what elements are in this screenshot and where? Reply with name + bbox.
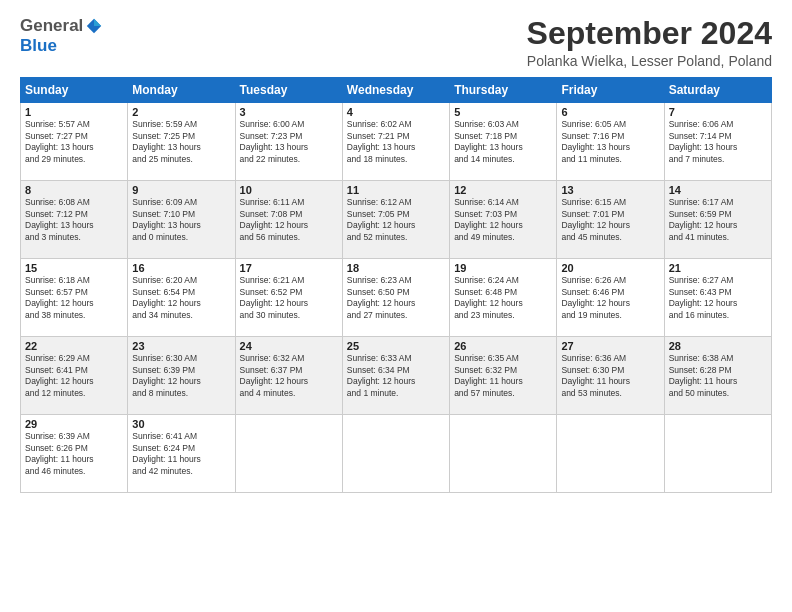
calendar-week-row: 22Sunrise: 6:29 AM Sunset: 6:41 PM Dayli… bbox=[21, 337, 772, 415]
page-header: General Blue September 2024 Polanka Wiel… bbox=[20, 16, 772, 69]
month-title: September 2024 bbox=[527, 16, 772, 51]
col-friday: Friday bbox=[557, 78, 664, 103]
day-number: 20 bbox=[561, 262, 659, 274]
day-number: 15 bbox=[25, 262, 123, 274]
day-info: Sunrise: 6:32 AM Sunset: 6:37 PM Dayligh… bbox=[240, 353, 338, 399]
table-row: 13Sunrise: 6:15 AM Sunset: 7:01 PM Dayli… bbox=[557, 181, 664, 259]
col-thursday: Thursday bbox=[450, 78, 557, 103]
day-number: 11 bbox=[347, 184, 445, 196]
day-info: Sunrise: 6:41 AM Sunset: 6:24 PM Dayligh… bbox=[132, 431, 230, 477]
logo-blue: Blue bbox=[20, 36, 57, 56]
day-info: Sunrise: 6:00 AM Sunset: 7:23 PM Dayligh… bbox=[240, 119, 338, 165]
col-saturday: Saturday bbox=[664, 78, 771, 103]
col-sunday: Sunday bbox=[21, 78, 128, 103]
day-number: 16 bbox=[132, 262, 230, 274]
table-row: 3Sunrise: 6:00 AM Sunset: 7:23 PM Daylig… bbox=[235, 103, 342, 181]
day-info: Sunrise: 6:12 AM Sunset: 7:05 PM Dayligh… bbox=[347, 197, 445, 243]
day-info: Sunrise: 6:39 AM Sunset: 6:26 PM Dayligh… bbox=[25, 431, 123, 477]
table-row: 22Sunrise: 6:29 AM Sunset: 6:41 PM Dayli… bbox=[21, 337, 128, 415]
table-row: 4Sunrise: 6:02 AM Sunset: 7:21 PM Daylig… bbox=[342, 103, 449, 181]
table-row: 28Sunrise: 6:38 AM Sunset: 6:28 PM Dayli… bbox=[664, 337, 771, 415]
table-row: 7Sunrise: 6:06 AM Sunset: 7:14 PM Daylig… bbox=[664, 103, 771, 181]
table-row: 30Sunrise: 6:41 AM Sunset: 6:24 PM Dayli… bbox=[128, 415, 235, 493]
table-row: 12Sunrise: 6:14 AM Sunset: 7:03 PM Dayli… bbox=[450, 181, 557, 259]
col-tuesday: Tuesday bbox=[235, 78, 342, 103]
table-row: 14Sunrise: 6:17 AM Sunset: 6:59 PM Dayli… bbox=[664, 181, 771, 259]
table-row: 16Sunrise: 6:20 AM Sunset: 6:54 PM Dayli… bbox=[128, 259, 235, 337]
calendar-week-row: 29Sunrise: 6:39 AM Sunset: 6:26 PM Dayli… bbox=[21, 415, 772, 493]
table-row: 8Sunrise: 6:08 AM Sunset: 7:12 PM Daylig… bbox=[21, 181, 128, 259]
col-monday: Monday bbox=[128, 78, 235, 103]
day-number: 10 bbox=[240, 184, 338, 196]
day-info: Sunrise: 6:11 AM Sunset: 7:08 PM Dayligh… bbox=[240, 197, 338, 243]
table-row: 5Sunrise: 6:03 AM Sunset: 7:18 PM Daylig… bbox=[450, 103, 557, 181]
table-row bbox=[664, 415, 771, 493]
day-info: Sunrise: 6:29 AM Sunset: 6:41 PM Dayligh… bbox=[25, 353, 123, 399]
day-number: 14 bbox=[669, 184, 767, 196]
table-row: 23Sunrise: 6:30 AM Sunset: 6:39 PM Dayli… bbox=[128, 337, 235, 415]
day-info: Sunrise: 6:26 AM Sunset: 6:46 PM Dayligh… bbox=[561, 275, 659, 321]
day-info: Sunrise: 6:24 AM Sunset: 6:48 PM Dayligh… bbox=[454, 275, 552, 321]
day-info: Sunrise: 6:17 AM Sunset: 6:59 PM Dayligh… bbox=[669, 197, 767, 243]
day-number: 7 bbox=[669, 106, 767, 118]
table-row bbox=[557, 415, 664, 493]
table-row: 17Sunrise: 6:21 AM Sunset: 6:52 PM Dayli… bbox=[235, 259, 342, 337]
day-number: 1 bbox=[25, 106, 123, 118]
logo-general: General bbox=[20, 16, 83, 36]
day-info: Sunrise: 6:21 AM Sunset: 6:52 PM Dayligh… bbox=[240, 275, 338, 321]
day-info: Sunrise: 6:03 AM Sunset: 7:18 PM Dayligh… bbox=[454, 119, 552, 165]
table-row: 10Sunrise: 6:11 AM Sunset: 7:08 PM Dayli… bbox=[235, 181, 342, 259]
table-row: 6Sunrise: 6:05 AM Sunset: 7:16 PM Daylig… bbox=[557, 103, 664, 181]
day-number: 5 bbox=[454, 106, 552, 118]
table-row: 25Sunrise: 6:33 AM Sunset: 6:34 PM Dayli… bbox=[342, 337, 449, 415]
table-row: 1Sunrise: 5:57 AM Sunset: 7:27 PM Daylig… bbox=[21, 103, 128, 181]
day-info: Sunrise: 6:38 AM Sunset: 6:28 PM Dayligh… bbox=[669, 353, 767, 399]
calendar-week-row: 1Sunrise: 5:57 AM Sunset: 7:27 PM Daylig… bbox=[21, 103, 772, 181]
day-number: 26 bbox=[454, 340, 552, 352]
table-row bbox=[450, 415, 557, 493]
title-section: September 2024 Polanka Wielka, Lesser Po… bbox=[527, 16, 772, 69]
day-info: Sunrise: 5:59 AM Sunset: 7:25 PM Dayligh… bbox=[132, 119, 230, 165]
day-number: 29 bbox=[25, 418, 123, 430]
day-number: 18 bbox=[347, 262, 445, 274]
day-info: Sunrise: 6:20 AM Sunset: 6:54 PM Dayligh… bbox=[132, 275, 230, 321]
table-row: 9Sunrise: 6:09 AM Sunset: 7:10 PM Daylig… bbox=[128, 181, 235, 259]
day-number: 24 bbox=[240, 340, 338, 352]
day-info: Sunrise: 6:35 AM Sunset: 6:32 PM Dayligh… bbox=[454, 353, 552, 399]
day-number: 9 bbox=[132, 184, 230, 196]
day-number: 2 bbox=[132, 106, 230, 118]
table-row bbox=[342, 415, 449, 493]
day-number: 3 bbox=[240, 106, 338, 118]
day-info: Sunrise: 6:05 AM Sunset: 7:16 PM Dayligh… bbox=[561, 119, 659, 165]
day-number: 27 bbox=[561, 340, 659, 352]
day-info: Sunrise: 6:18 AM Sunset: 6:57 PM Dayligh… bbox=[25, 275, 123, 321]
location: Polanka Wielka, Lesser Poland, Poland bbox=[527, 53, 772, 69]
calendar-header-row: Sunday Monday Tuesday Wednesday Thursday… bbox=[21, 78, 772, 103]
table-row: 19Sunrise: 6:24 AM Sunset: 6:48 PM Dayli… bbox=[450, 259, 557, 337]
day-info: Sunrise: 6:02 AM Sunset: 7:21 PM Dayligh… bbox=[347, 119, 445, 165]
table-row: 29Sunrise: 6:39 AM Sunset: 6:26 PM Dayli… bbox=[21, 415, 128, 493]
table-row: 11Sunrise: 6:12 AM Sunset: 7:05 PM Dayli… bbox=[342, 181, 449, 259]
logo: General Blue bbox=[20, 16, 103, 56]
calendar-week-row: 8Sunrise: 6:08 AM Sunset: 7:12 PM Daylig… bbox=[21, 181, 772, 259]
day-info: Sunrise: 6:33 AM Sunset: 6:34 PM Dayligh… bbox=[347, 353, 445, 399]
day-number: 21 bbox=[669, 262, 767, 274]
day-number: 17 bbox=[240, 262, 338, 274]
day-info: Sunrise: 6:36 AM Sunset: 6:30 PM Dayligh… bbox=[561, 353, 659, 399]
day-info: Sunrise: 6:27 AM Sunset: 6:43 PM Dayligh… bbox=[669, 275, 767, 321]
day-info: Sunrise: 6:06 AM Sunset: 7:14 PM Dayligh… bbox=[669, 119, 767, 165]
day-info: Sunrise: 6:08 AM Sunset: 7:12 PM Dayligh… bbox=[25, 197, 123, 243]
day-info: Sunrise: 6:30 AM Sunset: 6:39 PM Dayligh… bbox=[132, 353, 230, 399]
day-number: 28 bbox=[669, 340, 767, 352]
table-row: 24Sunrise: 6:32 AM Sunset: 6:37 PM Dayli… bbox=[235, 337, 342, 415]
table-row: 18Sunrise: 6:23 AM Sunset: 6:50 PM Dayli… bbox=[342, 259, 449, 337]
table-row: 26Sunrise: 6:35 AM Sunset: 6:32 PM Dayli… bbox=[450, 337, 557, 415]
table-row: 21Sunrise: 6:27 AM Sunset: 6:43 PM Dayli… bbox=[664, 259, 771, 337]
day-number: 13 bbox=[561, 184, 659, 196]
day-info: Sunrise: 6:14 AM Sunset: 7:03 PM Dayligh… bbox=[454, 197, 552, 243]
day-number: 4 bbox=[347, 106, 445, 118]
day-number: 8 bbox=[25, 184, 123, 196]
table-row: 15Sunrise: 6:18 AM Sunset: 6:57 PM Dayli… bbox=[21, 259, 128, 337]
day-number: 19 bbox=[454, 262, 552, 274]
logo-icon bbox=[85, 17, 103, 35]
